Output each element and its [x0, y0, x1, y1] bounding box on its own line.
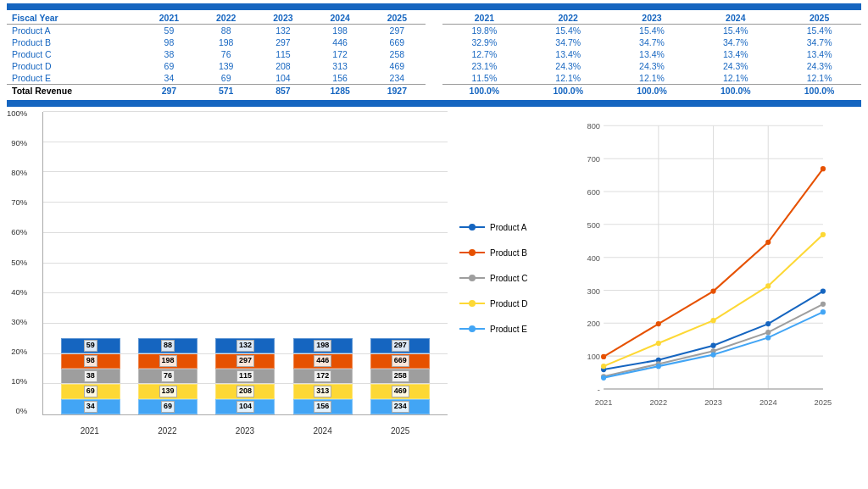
stacked-bar: 3469389859: [61, 338, 120, 414]
grid-line: [43, 353, 448, 354]
y-axis-label: 60%: [11, 227, 27, 236]
bar-value-label: 669: [392, 355, 409, 367]
row-label: Product E: [7, 72, 141, 85]
y-axis-label: 50%: [11, 258, 27, 267]
pct-cell: 19.8%: [442, 25, 526, 37]
col-2025: 2025: [369, 12, 426, 25]
bar-segment: 297: [215, 353, 275, 369]
line-chart-dot: [710, 343, 715, 348]
svg-text:700: 700: [587, 155, 600, 164]
bar-segment: 115: [215, 369, 275, 384]
table-cell: 139: [198, 60, 254, 72]
legend-label: Product D: [490, 299, 527, 308]
line-chart-dot: [765, 283, 771, 288]
bar-chart-area: 3469389859691397619888104208115297132156…: [42, 112, 448, 415]
y-axis-label: 10%: [11, 376, 27, 386]
bar-value-label: 313: [314, 386, 331, 397]
pct-cell: 34.7%: [693, 36, 777, 48]
bar-value-label: 297: [392, 340, 409, 352]
table-cell: 132: [254, 25, 311, 37]
legend-label: Product A: [490, 223, 526, 232]
pct-cell: 34.7%: [526, 36, 610, 48]
svg-text:2025: 2025: [815, 398, 832, 407]
table-cell: 669: [369, 36, 426, 48]
line-chart-dot: [601, 354, 606, 359]
bar-value-label: 59: [84, 340, 97, 352]
table-cell: 198: [198, 36, 254, 48]
top-section: Fiscal Year 2021 2022 2023 2024 2025 Pro…: [0, 0, 868, 100]
line-chart-dot: [765, 321, 771, 326]
svg-text:600: 600: [587, 188, 600, 197]
pct-col-2024: 2024: [693, 12, 777, 25]
bar-segment: 76: [138, 369, 198, 384]
svg-text:2021: 2021: [595, 398, 613, 407]
bar-column: 156313172446198: [293, 338, 353, 414]
grid-line: [43, 202, 448, 203]
legend-line-icon: [459, 324, 485, 334]
pct-cell: 34.7%: [610, 36, 694, 48]
pct-cell: 12.7%: [442, 48, 526, 60]
table-cell: 313: [312, 60, 369, 72]
y-axis-label: 20%: [11, 347, 27, 356]
table-cell: 156: [312, 72, 369, 85]
pct-cell: 13.4%: [610, 48, 694, 60]
pct-cell: 24.3%: [610, 60, 694, 72]
bar-column: 104208115297132: [215, 338, 275, 414]
grid-line: [43, 383, 448, 384]
line-chart-dot: [601, 364, 606, 369]
bar-segment: 234: [370, 399, 430, 414]
line-chart-dot: [710, 318, 715, 323]
legend-line-icon: [459, 247, 485, 258]
table-cell: 208: [254, 60, 311, 72]
col-2024: 2024: [312, 12, 369, 25]
bar-segment: 104: [215, 399, 275, 414]
pct-cell: 24.3%: [693, 60, 777, 72]
bar-segment: 446: [293, 353, 353, 369]
table-cell: 172: [312, 48, 369, 60]
legend-item: Product A: [459, 222, 544, 232]
grid-line: [43, 232, 448, 233]
bar-value-label: 98: [84, 355, 97, 367]
bar-segment: 34: [61, 399, 120, 414]
pct-cell: 32.9%: [442, 36, 526, 48]
svg-text:300: 300: [587, 287, 600, 296]
y-axis-label: 70%: [11, 197, 27, 207]
line-chart-dot: [821, 232, 826, 237]
pct-cell: 13.4%: [693, 48, 777, 60]
legend-item: Product C: [459, 273, 544, 283]
bar-segment: 669: [370, 353, 430, 369]
row-label: Product C: [7, 48, 141, 60]
x-axis-label: 2024: [293, 426, 353, 436]
bar-value-label: 69: [161, 401, 175, 413]
bar-segment: 98: [61, 353, 120, 369]
pct-table-row: 12.7%13.4%13.4%13.4%13.4%: [442, 48, 861, 60]
col-2022: 2022: [198, 12, 254, 25]
x-axis-label: 2022: [137, 426, 197, 436]
bar-value-label: 234: [392, 401, 409, 413]
table-cell: 34: [141, 72, 198, 85]
bar-segment: 172: [293, 369, 353, 384]
legend-label: Product E: [490, 325, 527, 334]
bar-value-label: 69: [84, 386, 97, 397]
svg-text:500: 500: [587, 221, 600, 230]
grid-line: [43, 323, 448, 324]
grid-line: [43, 263, 448, 264]
line-chart-dot: [821, 302, 826, 307]
pct-cell: 23.1%: [442, 60, 526, 72]
pct-cell: 24.3%: [777, 60, 861, 72]
line-chart-dot: [821, 289, 826, 294]
y-axis-label: 100%: [7, 108, 27, 118]
legend-line-icon: [459, 298, 485, 308]
pct-cell: 15.4%: [610, 25, 694, 37]
grid-line: [43, 142, 448, 142]
table-cell: 38: [141, 48, 198, 60]
total-row: Total Revenue29757185712851927: [7, 85, 426, 97]
total-cell: 297: [141, 85, 198, 97]
stacked-bar: 104208115297132: [215, 338, 275, 414]
pct-cell: 15.4%: [526, 25, 610, 37]
x-axis-label: 2025: [370, 426, 430, 436]
y-axis-label: 90%: [11, 138, 27, 147]
bar-value-label: 258: [392, 370, 409, 382]
bar-value-label: 139: [159, 386, 177, 397]
pct-table-row: 32.9%34.7%34.7%34.7%34.7%: [442, 36, 861, 48]
